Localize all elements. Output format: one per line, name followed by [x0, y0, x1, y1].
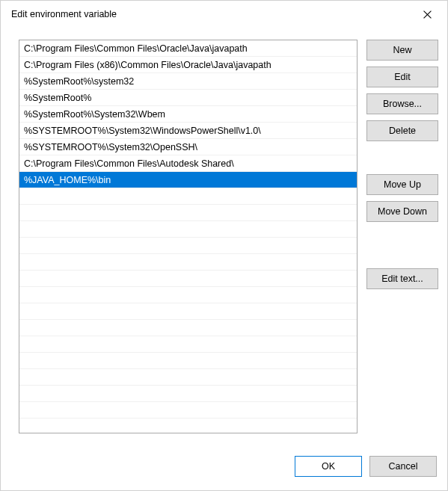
path-list-item[interactable]: C:\Program Files\Common Files\Oracle\Jav… — [19, 40, 357, 57]
move-up-button[interactable]: Move Up — [366, 174, 438, 195]
path-list-item[interactable]: %SYSTEMROOT%\System32\WindowsPowerShell\… — [19, 123, 357, 139]
edit-text-button[interactable]: Edit text... — [366, 268, 438, 289]
close-button[interactable] — [416, 4, 438, 25]
titlebar: Edit environment variable — [1, 1, 447, 28]
new-button[interactable]: New — [366, 40, 438, 61]
dialog-content: C:\Program Files\Common Files\Oracle\Jav… — [1, 28, 447, 447]
path-list-item[interactable]: %SystemRoot%\system32 — [19, 73, 357, 90]
path-list-item[interactable]: %SystemRoot%\System32\Wbem — [19, 106, 357, 123]
path-list-item[interactable]: %SystemRoot% — [19, 90, 357, 106]
close-icon — [423, 10, 432, 19]
browse-button[interactable]: Browse... — [366, 93, 438, 114]
path-list-item[interactable]: C:\Program Files\Common Files\Autodesk S… — [19, 155, 357, 172]
edit-button[interactable]: Edit — [366, 67, 438, 87]
edit-env-var-dialog: Edit environment variable C:\Program Fil… — [0, 0, 448, 491]
side-buttons: New Edit Browse... Delete Move Up Move D… — [366, 40, 438, 444]
path-list-item[interactable]: %SYSTEMROOT%\System32\OpenSSH\ — [19, 139, 357, 155]
path-listbox[interactable]: C:\Program Files\Common Files\Oracle\Jav… — [19, 40, 358, 433]
path-list-item[interactable]: %JAVA_HOME%\bin — [19, 172, 357, 188]
spacer — [366, 228, 438, 262]
move-down-button[interactable]: Move Down — [366, 201, 438, 222]
cancel-button[interactable]: Cancel — [369, 456, 437, 477]
path-list-item[interactable]: C:\Program Files (x86)\Common Files\Orac… — [19, 57, 357, 73]
delete-button[interactable]: Delete — [366, 120, 438, 141]
listbox-empty-area — [19, 188, 357, 433]
ok-button[interactable]: OK — [295, 456, 362, 477]
dialog-footer: OK Cancel — [1, 447, 447, 490]
window-title: Edit environment variable — [11, 9, 117, 19]
spacer — [366, 147, 438, 168]
